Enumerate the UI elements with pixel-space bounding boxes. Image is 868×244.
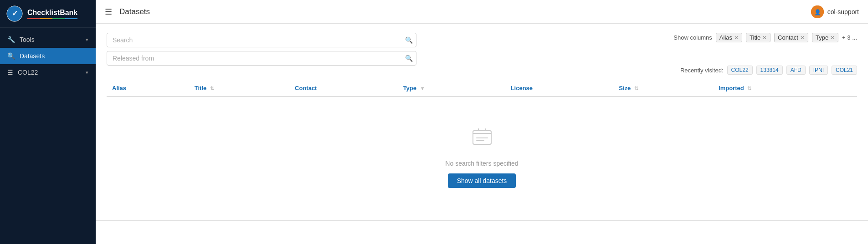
- type-filter-icon[interactable]: ▼: [420, 86, 425, 91]
- sidebar-item-tools[interactable]: 🔧 Tools ▾: [0, 31, 96, 48]
- col22-chevron-icon: ▾: [86, 70, 88, 76]
- toolbar-row: 🔍 🔍 Show columns Alias ✕ Title ✕: [107, 33, 857, 66]
- sidebar: ✓ ChecklistBank 🔧 Tools ▾ 🔍 Datasets ☰ C…: [0, 0, 96, 244]
- recent-tag-133814[interactable]: 133814: [756, 66, 783, 75]
- table-header: Alias Title ⇅ Contact Type ▼ License: [107, 80, 857, 97]
- tools-icon: 🔧: [7, 36, 15, 43]
- col-header-title[interactable]: Title ⇅: [189, 80, 289, 97]
- checklist-bank-logo: ✓: [6, 5, 23, 22]
- size-sort-icon: ⇅: [634, 86, 638, 91]
- col-contact-label: Contact: [295, 85, 317, 92]
- datasets-icon: 🔍: [7, 52, 15, 60]
- empty-state: No search filters specified Show all dat…: [107, 97, 857, 215]
- recently-label: Recently visited:: [680, 67, 724, 74]
- main-content: ☰ Datasets 👤 col-support 🔍: [96, 0, 868, 244]
- col-tag-type-remove[interactable]: ✕: [830, 35, 835, 41]
- col-type-label: Type: [403, 85, 416, 92]
- tools-chevron-icon: ▾: [86, 37, 88, 43]
- col22-label: COL22: [18, 69, 38, 76]
- page-title: Datasets: [119, 7, 150, 16]
- col-title-label: Title: [195, 85, 207, 92]
- svg-text:👤: 👤: [814, 9, 821, 15]
- col-tag-alias-label: Alias: [719, 34, 732, 41]
- col-tag-title-label: Title: [750, 34, 760, 41]
- recent-tag-col22[interactable]: COL22: [727, 66, 753, 75]
- footer: [96, 220, 868, 244]
- show-columns-area: Show columns Alias ✕ Title ✕ Contact ✕ T…: [673, 33, 857, 42]
- col-size-label: Size: [619, 85, 631, 92]
- col-tag-alias[interactable]: Alias ✕: [716, 33, 742, 42]
- tools-label: Tools: [20, 36, 35, 43]
- col-tag-title-remove[interactable]: ✕: [762, 35, 767, 41]
- recent-tag-afd[interactable]: AFD: [786, 66, 806, 75]
- content-area: 🔍 🔍 Show columns Alias ✕ Title ✕: [96, 24, 868, 220]
- recent-tag-ipni[interactable]: IPNI: [809, 66, 828, 75]
- recently-visited: Recently visited: COL22 133814 AFD IPNI …: [107, 66, 857, 75]
- datasets-label: Datasets: [20, 52, 45, 60]
- col22-icon: ☰: [7, 69, 13, 76]
- search-wrap: 🔍: [107, 33, 416, 47]
- show-all-datasets-button[interactable]: Show all datasets: [448, 173, 516, 188]
- sidebar-item-datasets[interactable]: 🔍 Datasets: [0, 48, 96, 64]
- col-alias-label: Alias: [112, 85, 126, 92]
- col-header-type[interactable]: Type ▼: [398, 80, 505, 97]
- col-header-size[interactable]: Size ⇅: [613, 80, 713, 97]
- datasets-table: Alias Title ⇅ Contact Type ▼ License: [107, 80, 857, 97]
- imported-sort-icon: ⇅: [747, 86, 751, 91]
- title-sort-icon: ⇅: [210, 86, 214, 91]
- released-from-search-button[interactable]: 🔍: [405, 55, 413, 62]
- topbar: ☰ Datasets 👤 col-support: [96, 0, 868, 24]
- topbar-left: ☰ Datasets: [105, 7, 150, 17]
- col-header-contact[interactable]: Contact: [289, 80, 398, 97]
- logo-bar: [27, 18, 77, 19]
- search-inputs: 🔍 🔍: [107, 33, 416, 66]
- svg-text:✓: ✓: [12, 10, 18, 17]
- col-tag-contact-remove[interactable]: ✕: [800, 35, 805, 41]
- col-tag-contact-label: Contact: [778, 34, 798, 41]
- col-license-label: License: [511, 85, 533, 92]
- col-header-license[interactable]: License: [505, 80, 614, 97]
- avatar: 👤: [811, 5, 824, 18]
- search-button[interactable]: 🔍: [405, 36, 413, 44]
- sidebar-item-col22[interactable]: ☰ COL22 ▾: [0, 64, 96, 81]
- menu-toggle-icon[interactable]: ☰: [105, 7, 112, 17]
- user-name: col-support: [827, 8, 859, 15]
- show-columns-label: Show columns: [673, 34, 712, 41]
- col-tag-alias-remove[interactable]: ✕: [734, 35, 739, 41]
- col-more-label[interactable]: + 3 ...: [842, 34, 857, 41]
- released-from-wrap: 🔍: [107, 51, 416, 66]
- avatar-icon: 👤: [811, 5, 824, 18]
- empty-message: No search filters specified: [445, 160, 518, 167]
- empty-icon: [469, 124, 495, 153]
- search-input[interactable]: [107, 33, 416, 47]
- recent-tag-col21[interactable]: COL21: [832, 66, 857, 75]
- app-name: ChecklistBank: [27, 8, 77, 19]
- col-tag-title[interactable]: Title ✕: [746, 33, 770, 42]
- sidebar-nav: 🔧 Tools ▾ 🔍 Datasets ☰ COL22 ▾: [0, 28, 96, 84]
- sidebar-header: ✓ ChecklistBank: [0, 0, 96, 28]
- table-header-row: Alias Title ⇅ Contact Type ▼ License: [107, 80, 857, 97]
- released-from-input[interactable]: [107, 51, 416, 66]
- col-tag-contact[interactable]: Contact ✕: [774, 33, 808, 42]
- col-tag-type[interactable]: Type ✕: [812, 33, 838, 42]
- col-imported-label: Imported: [719, 85, 744, 92]
- col-header-imported[interactable]: Imported ⇅: [713, 80, 857, 97]
- col-header-alias[interactable]: Alias: [107, 80, 189, 97]
- col-tag-type-label: Type: [816, 34, 828, 41]
- topbar-right: 👤 col-support: [811, 5, 859, 18]
